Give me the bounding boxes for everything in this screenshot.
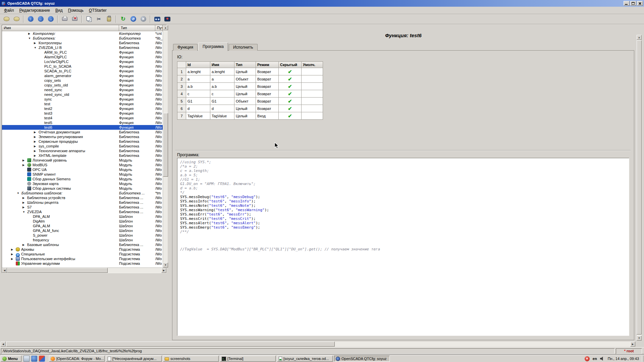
tree-row[interactable]: ▼ZVEZDA_LI BБиблиотека/Wo xyxy=(2,45,163,50)
io-cell-default[interactable] xyxy=(302,75,323,83)
keyboard-layout-indicator[interactable]: en xyxy=(593,357,597,361)
main-hscroll-thumb[interactable] xyxy=(6,342,335,347)
tree-row[interactable]: test5Функция/Wo xyxy=(2,120,163,125)
io-column-header[interactable]: Id xyxy=(186,62,210,68)
menu-item-Вид[interactable]: Вид xyxy=(53,7,65,14)
tree-expand-arrow-icon[interactable]: ▶ xyxy=(34,41,39,46)
io-cell-hidden[interactable]: ✔ xyxy=(279,75,302,83)
io-cell-mode[interactable]: Возврат xyxy=(256,83,279,90)
scroll-up-icon[interactable]: ▲ xyxy=(637,35,642,40)
scroll-left-icon[interactable]: ◀ xyxy=(1,342,6,347)
tree-row[interactable]: test6Функция/Wo xyxy=(2,125,163,130)
scroll-right-icon[interactable]: ▶ xyxy=(161,268,166,273)
scroll-left-icon[interactable]: ◀ xyxy=(2,268,7,273)
maximize-button[interactable] xyxy=(630,1,636,6)
io-cell-name[interactable]: a.lenght xyxy=(210,68,234,75)
io-cell-mode[interactable]: Возврат xyxy=(256,105,279,112)
scroll-down-icon[interactable]: ▼ xyxy=(163,262,168,267)
tree-row[interactable]: ▶Элементы регулированияБиблиотека/Wo xyxy=(2,134,163,139)
tree-row[interactable]: ▶Логический уровеньМодуль/Wo xyxy=(2,158,163,163)
tree-row[interactable]: LocVarCfgPLCФункция/Wo xyxy=(2,59,163,64)
cut-item-button[interactable]: ✂ xyxy=(95,15,103,23)
web-browser-icon[interactable] xyxy=(31,356,37,362)
menu-item-Файл[interactable]: Файл xyxy=(1,7,17,14)
tree-horizontal-scrollbar[interactable]: ◀ ▶ xyxy=(2,267,166,273)
taskbar-grip[interactable] xyxy=(642,356,643,362)
tree-row[interactable]: ▶Пользовательские интерфейсыПодсистема/W… xyxy=(2,256,163,261)
scroll-right-icon[interactable]: ▶ xyxy=(630,342,635,347)
io-cell-default[interactable] xyxy=(302,90,323,98)
tree-column-path[interactable]: Путь xyxy=(155,25,163,31)
io-row-number[interactable]: 7 xyxy=(177,112,186,120)
io-cell-id[interactable]: a xyxy=(186,75,210,83)
tree-row[interactable]: GPA_ALMШаблон/Wo xyxy=(2,224,163,228)
tree-vertical-scrollbar[interactable]: ▲ ▼ xyxy=(163,25,168,267)
volume-icon[interactable] xyxy=(600,357,605,361)
tab-Функция[interactable]: Функция xyxy=(173,44,198,51)
tree-expand-arrow-icon[interactable]: ▶ xyxy=(34,135,39,139)
tree-row[interactable]: need_sync_oldФункция/Wo xyxy=(2,92,163,97)
io-cell-mode[interactable]: Возврат xyxy=(256,98,279,105)
io-row-number[interactable]: 2 xyxy=(177,75,186,83)
start-updating-button[interactable]: ↺ xyxy=(129,15,138,23)
tree-expand-arrow-icon[interactable]: ▶ xyxy=(34,144,39,149)
main-vscroll-thumb[interactable] xyxy=(637,40,642,335)
taskbar-window-button[interactable]: screenshots xyxy=(163,356,219,362)
stop-updating-button[interactable]: ✕ xyxy=(139,15,148,23)
io-cell-hidden[interactable]: ✔ xyxy=(279,112,302,120)
scroll-down-icon[interactable]: ▼ xyxy=(637,336,642,341)
tree-expand-arrow-icon[interactable]: ▶ xyxy=(22,243,27,247)
tree-row[interactable]: test4Функция/Wo xyxy=(2,116,163,120)
tree-row[interactable]: ▶XHTML-templateБиблиотека/Wo xyxy=(2,153,163,158)
taskbar-window-button[interactable]: [OpenSCADA: Форум - Мо... xyxy=(49,356,105,362)
tree-row[interactable]: GPA_ALM_funcШаблон/Wo xyxy=(2,228,163,233)
io-cell-id[interactable]: G1 xyxy=(186,98,210,105)
tree-expand-arrow-icon[interactable]: ▶ xyxy=(34,139,39,144)
io-cell-type[interactable]: Целый xyxy=(234,68,256,75)
io-cell-type[interactable]: Объект xyxy=(234,75,256,83)
io-row-number[interactable]: 6 xyxy=(177,105,186,112)
tree-row[interactable]: ▶Технологические аппаратыБиблиотека/Wo xyxy=(2,148,163,153)
tree-collapse-arrow-icon[interactable]: ▼ xyxy=(22,210,27,215)
tree-row[interactable]: S_powerШаблон/Wo xyxy=(2,233,163,238)
io-cell-mode[interactable]: Возврат xyxy=(256,90,279,98)
tree-vscroll-thumb[interactable] xyxy=(163,113,168,177)
tree-expand-arrow-icon[interactable]: ▶ xyxy=(22,163,27,168)
tree-expand-arrow-icon[interactable]: ▶ xyxy=(22,158,27,163)
main-horizontal-scrollbar[interactable]: ◀ ▶ xyxy=(1,342,635,347)
tree-column-name[interactable]: Имя xyxy=(2,25,119,31)
minimize-button[interactable] xyxy=(624,1,630,6)
io-cell-id[interactable]: a.lenght xyxy=(186,68,210,75)
tree-row[interactable]: ▶Отчётная документацияБиблиотека/Wo xyxy=(2,130,163,134)
paste-item-button[interactable] xyxy=(105,15,113,23)
io-cell-mode[interactable]: Возврат xyxy=(256,75,279,83)
taskbar-window-button[interactable]: OpenSCADA QTCfg: soyuz xyxy=(334,356,390,362)
io-column-header[interactable]: Имя xyxy=(210,62,234,68)
tree-row[interactable]: ▶Сервисные процедурыБиблиотека/Wo xyxy=(2,139,163,144)
tree-expand-arrow-icon[interactable]: ▶ xyxy=(34,154,39,158)
tree-row[interactable]: ▶СпециальныеПодсистема/Wo xyxy=(2,252,163,256)
io-cell-name[interactable]: c xyxy=(210,90,234,98)
tree-expand-arrow-icon[interactable]: ▶ xyxy=(11,247,16,252)
tree-row[interactable]: ▶ModBUSМодуль/Wo xyxy=(2,163,163,167)
io-cell-type[interactable]: Объект xyxy=(234,98,256,105)
clock[interactable]: Пн., 14 апр., 09:43 xyxy=(608,357,639,361)
tree-row[interactable]: DigAlmШаблон/Wo xyxy=(2,219,163,224)
io-cell-name[interactable]: a.b xyxy=(210,83,234,90)
io-cell-mode[interactable]: Возврат xyxy=(256,68,279,75)
main-vertical-scrollbar[interactable]: ▲ ▼ xyxy=(637,35,642,341)
program-code-editor[interactable]: //using SYS.*;/*a = 2;c = a.length;a.b =… xyxy=(177,158,629,336)
io-cell-id[interactable]: TagValue xyxy=(186,112,210,120)
io-row-number[interactable]: 3 xyxy=(177,83,186,90)
tree-row[interactable]: syncФункция/Wo xyxy=(2,97,163,102)
tree-row[interactable]: test2Функция/Wo xyxy=(2,106,163,111)
tree-row[interactable]: SCADA_to_PLCФункция/Wo xyxy=(2,69,163,73)
tree-row[interactable]: SNMP клиентМодуль/Wo xyxy=(2,172,163,177)
tree-row[interactable]: Сбор данных системыМодуль/Wo xyxy=(2,186,163,191)
tree-row[interactable]: Звуковая картаМодуль/Wo xyxy=(2,181,163,186)
io-cell-id[interactable]: d xyxy=(186,105,210,112)
copy-item-button[interactable] xyxy=(85,15,93,23)
start-menu-button[interactable]: Menu xyxy=(1,356,21,362)
tree-row[interactable]: ▼ZVEZDAБиблиотека .../Wo xyxy=(2,209,163,214)
io-cell-type[interactable]: Целый xyxy=(234,112,256,120)
